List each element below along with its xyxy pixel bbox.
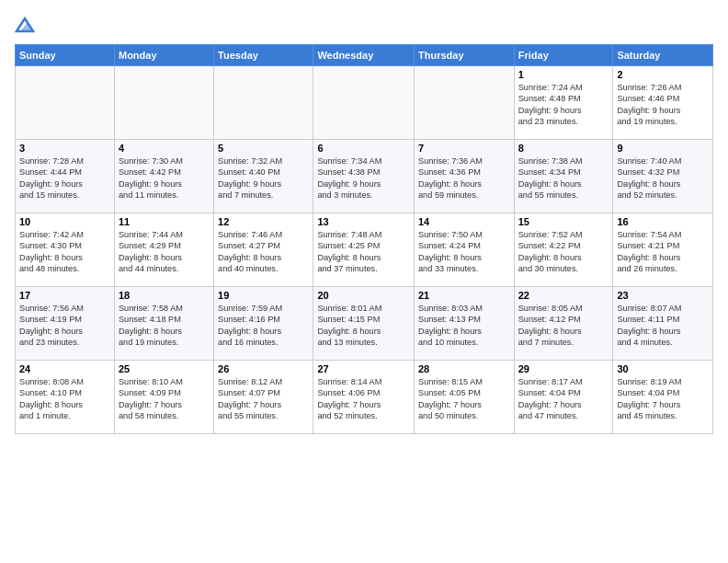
day-info: Sunrise: 8:08 AMSunset: 4:10 PMDaylight:…	[19, 376, 110, 422]
calendar-cell	[16, 66, 115, 140]
day-info: Sunrise: 8:01 AMSunset: 4:15 PMDaylight:…	[317, 303, 410, 349]
calendar-cell: 21Sunrise: 8:03 AMSunset: 4:13 PMDayligh…	[415, 287, 515, 361]
calendar-cell: 9Sunrise: 7:40 AMSunset: 4:32 PMDaylight…	[613, 140, 713, 213]
day-number: 18	[119, 290, 210, 301]
calendar-cell: 16Sunrise: 7:54 AMSunset: 4:21 PMDayligh…	[613, 213, 713, 287]
weekday-header: Tuesday	[214, 45, 313, 66]
calendar-cell: 12Sunrise: 7:46 AMSunset: 4:27 PMDayligh…	[214, 213, 313, 287]
calendar-cell	[214, 66, 313, 140]
day-number: 29	[518, 363, 609, 374]
day-info: Sunrise: 7:32 AMSunset: 4:40 PMDaylight:…	[218, 155, 309, 201]
day-number: 12	[218, 216, 309, 227]
day-info: Sunrise: 7:50 AMSunset: 4:24 PMDaylight:…	[418, 229, 510, 275]
calendar-cell: 5Sunrise: 7:32 AMSunset: 4:40 PMDaylight…	[214, 140, 313, 213]
calendar-cell: 4Sunrise: 7:30 AMSunset: 4:42 PMDaylight…	[114, 140, 213, 213]
day-info: Sunrise: 8:07 AMSunset: 4:11 PMDaylight:…	[617, 303, 709, 349]
calendar-cell: 22Sunrise: 8:05 AMSunset: 4:12 PMDayligh…	[514, 287, 613, 361]
calendar-week-row: 24Sunrise: 8:08 AMSunset: 4:10 PMDayligh…	[16, 361, 713, 434]
day-number: 7	[418, 143, 510, 154]
calendar-week-row: 10Sunrise: 7:42 AMSunset: 4:30 PMDayligh…	[16, 213, 713, 287]
day-number: 14	[418, 216, 510, 227]
calendar-cell: 7Sunrise: 7:36 AMSunset: 4:36 PMDaylight…	[415, 140, 515, 213]
calendar-cell: 28Sunrise: 8:15 AMSunset: 4:05 PMDayligh…	[415, 361, 515, 434]
day-info: Sunrise: 8:03 AMSunset: 4:13 PMDaylight:…	[418, 303, 510, 349]
weekday-header: Monday	[114, 45, 213, 66]
calendar-table: SundayMondayTuesdayWednesdayThursdayFrid…	[15, 44, 713, 434]
day-info: Sunrise: 7:40 AMSunset: 4:32 PMDaylight:…	[617, 155, 709, 201]
day-number: 6	[317, 143, 410, 154]
day-info: Sunrise: 7:59 AMSunset: 4:16 PMDaylight:…	[218, 303, 309, 349]
day-number: 22	[518, 290, 609, 301]
calendar-cell: 8Sunrise: 7:38 AMSunset: 4:34 PMDaylight…	[514, 140, 613, 213]
day-info: Sunrise: 7:42 AMSunset: 4:30 PMDaylight:…	[19, 229, 110, 275]
calendar-cell: 6Sunrise: 7:34 AMSunset: 4:38 PMDaylight…	[313, 140, 415, 213]
day-number: 25	[119, 363, 210, 374]
weekday-header: Wednesday	[313, 45, 415, 66]
calendar-cell: 30Sunrise: 8:19 AMSunset: 4:04 PMDayligh…	[613, 361, 713, 434]
day-info: Sunrise: 8:19 AMSunset: 4:04 PMDaylight:…	[617, 376, 709, 422]
day-number: 20	[317, 290, 410, 301]
day-number: 24	[19, 363, 110, 374]
day-info: Sunrise: 7:24 AMSunset: 4:48 PMDaylight:…	[518, 82, 609, 128]
day-number: 4	[119, 143, 210, 154]
day-info: Sunrise: 7:28 AMSunset: 4:44 PMDaylight:…	[19, 155, 110, 201]
calendar-cell	[415, 66, 515, 140]
day-number: 1	[518, 69, 609, 80]
day-number: 17	[19, 290, 110, 301]
day-number: 9	[617, 143, 709, 154]
calendar-cell: 14Sunrise: 7:50 AMSunset: 4:24 PMDayligh…	[415, 213, 515, 287]
day-info: Sunrise: 8:10 AMSunset: 4:09 PMDaylight:…	[119, 376, 210, 422]
day-number: 27	[317, 363, 410, 374]
day-info: Sunrise: 8:14 AMSunset: 4:06 PMDaylight:…	[317, 376, 410, 422]
day-number: 8	[518, 143, 609, 154]
day-number: 21	[418, 290, 510, 301]
day-info: Sunrise: 8:05 AMSunset: 4:12 PMDaylight:…	[518, 303, 609, 349]
calendar-cell: 13Sunrise: 7:48 AMSunset: 4:25 PMDayligh…	[313, 213, 415, 287]
day-number: 30	[617, 363, 709, 374]
day-number: 28	[418, 363, 510, 374]
day-number: 23	[617, 290, 709, 301]
day-info: Sunrise: 7:34 AMSunset: 4:38 PMDaylight:…	[317, 155, 410, 201]
day-info: Sunrise: 8:15 AMSunset: 4:05 PMDaylight:…	[418, 376, 510, 422]
day-info: Sunrise: 7:46 AMSunset: 4:27 PMDaylight:…	[218, 229, 309, 275]
calendar-cell: 11Sunrise: 7:44 AMSunset: 4:29 PMDayligh…	[114, 213, 213, 287]
day-number: 5	[218, 143, 309, 154]
calendar-cell: 25Sunrise: 8:10 AMSunset: 4:09 PMDayligh…	[114, 361, 213, 434]
calendar-cell: 10Sunrise: 7:42 AMSunset: 4:30 PMDayligh…	[16, 213, 115, 287]
weekday-header: Thursday	[415, 45, 515, 66]
calendar-week-row: 1Sunrise: 7:24 AMSunset: 4:48 PMDaylight…	[16, 66, 713, 140]
day-number: 10	[19, 216, 110, 227]
day-number: 13	[317, 216, 410, 227]
day-info: Sunrise: 7:58 AMSunset: 4:18 PMDaylight:…	[119, 303, 210, 349]
calendar-cell: 1Sunrise: 7:24 AMSunset: 4:48 PMDaylight…	[514, 66, 613, 140]
day-number: 19	[218, 290, 309, 301]
day-number: 3	[19, 143, 110, 154]
day-info: Sunrise: 7:52 AMSunset: 4:22 PMDaylight:…	[518, 229, 609, 275]
day-info: Sunrise: 7:54 AMSunset: 4:21 PMDaylight:…	[617, 229, 709, 275]
calendar-week-row: 3Sunrise: 7:28 AMSunset: 4:44 PMDaylight…	[16, 140, 713, 213]
calendar-cell: 24Sunrise: 8:08 AMSunset: 4:10 PMDayligh…	[16, 361, 115, 434]
day-number: 11	[119, 216, 210, 227]
day-info: Sunrise: 7:36 AMSunset: 4:36 PMDaylight:…	[418, 155, 510, 201]
day-number: 2	[617, 69, 709, 80]
calendar-header-row: SundayMondayTuesdayWednesdayThursdayFrid…	[16, 45, 713, 66]
day-info: Sunrise: 8:12 AMSunset: 4:07 PMDaylight:…	[218, 376, 309, 422]
day-info: Sunrise: 7:44 AMSunset: 4:29 PMDaylight:…	[119, 229, 210, 275]
calendar-cell: 17Sunrise: 7:56 AMSunset: 4:19 PMDayligh…	[16, 287, 115, 361]
weekday-header: Friday	[514, 45, 613, 66]
calendar-cell	[114, 66, 213, 140]
day-info: Sunrise: 7:48 AMSunset: 4:25 PMDaylight:…	[317, 229, 410, 275]
calendar-cell: 19Sunrise: 7:59 AMSunset: 4:16 PMDayligh…	[214, 287, 313, 361]
header	[15, 15, 713, 35]
logo	[15, 15, 37, 35]
logo-icon	[15, 15, 35, 35]
calendar-cell: 23Sunrise: 8:07 AMSunset: 4:11 PMDayligh…	[613, 287, 713, 361]
calendar-week-row: 17Sunrise: 7:56 AMSunset: 4:19 PMDayligh…	[16, 287, 713, 361]
day-info: Sunrise: 7:56 AMSunset: 4:19 PMDaylight:…	[19, 303, 110, 349]
calendar-cell: 2Sunrise: 7:26 AMSunset: 4:46 PMDaylight…	[613, 66, 713, 140]
calendar-cell: 26Sunrise: 8:12 AMSunset: 4:07 PMDayligh…	[214, 361, 313, 434]
calendar-cell: 27Sunrise: 8:14 AMSunset: 4:06 PMDayligh…	[313, 361, 415, 434]
calendar-cell: 29Sunrise: 8:17 AMSunset: 4:04 PMDayligh…	[514, 361, 613, 434]
day-info: Sunrise: 7:38 AMSunset: 4:34 PMDaylight:…	[518, 155, 609, 201]
day-info: Sunrise: 8:17 AMSunset: 4:04 PMDaylight:…	[518, 376, 609, 422]
